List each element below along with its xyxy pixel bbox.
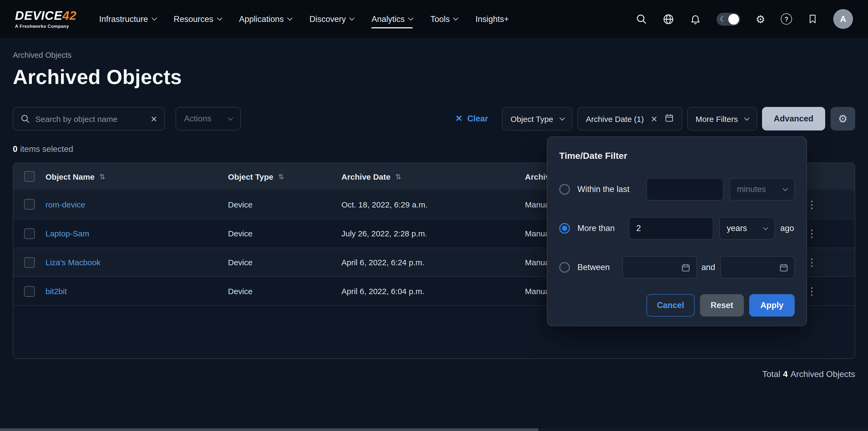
row-checkbox[interactable] <box>24 286 35 297</box>
object-type-filter[interactable]: Object Type <box>502 107 572 130</box>
globe-icon[interactable] <box>662 13 674 25</box>
row-checkbox[interactable] <box>24 228 35 239</box>
sort-icon[interactable]: ⇅ <box>278 172 284 180</box>
unit-label: years <box>727 224 747 233</box>
chevron-down-icon <box>349 15 355 21</box>
actions-dropdown[interactable]: Actions <box>176 107 241 130</box>
nav-item-infrastructure[interactable]: Infrastructure <box>99 7 156 31</box>
row-actions-menu[interactable]: ⋮ <box>807 228 817 238</box>
nav-item-label: Resources <box>174 14 213 24</box>
brand-name: DEVICE42 <box>15 9 76 22</box>
archive-date-cell: April 6, 2022, 6:24 p.m. <box>341 258 525 267</box>
chevron-down-icon <box>287 15 293 21</box>
more-than-value-input[interactable] <box>629 217 713 239</box>
advanced-button[interactable]: Advanced <box>762 107 825 130</box>
archive-date-filter[interactable]: Archive Date (1) ✕ <box>578 107 682 130</box>
search-box: ✕ <box>13 107 165 130</box>
search-input[interactable] <box>35 114 145 123</box>
nav-item-applications[interactable]: Applications <box>239 7 292 31</box>
avatar[interactable]: A <box>833 9 853 29</box>
row-checkbox[interactable] <box>24 257 35 268</box>
clear-search-icon[interactable]: ✕ <box>151 115 157 123</box>
total-prefix: Total <box>762 369 780 378</box>
chevron-down-icon <box>453 15 459 21</box>
clear-filters-button[interactable]: ✕ Clear <box>456 114 488 124</box>
nav-item-resources[interactable]: Resources <box>174 7 221 31</box>
within-last-value-input[interactable] <box>647 178 723 201</box>
nav-item-discovery[interactable]: Discovery <box>309 7 354 31</box>
object-type-cell: Device <box>228 258 341 267</box>
gear-icon[interactable]: ⚙ <box>755 13 765 24</box>
column-header-archive-date[interactable]: Archive Date⇅ <box>341 172 525 181</box>
scrollbar-thumb[interactable] <box>0 428 538 431</box>
bookmark-icon[interactable] <box>808 13 818 25</box>
chevron-down-icon <box>228 115 233 120</box>
brand-tagline: A Freshworks Company <box>15 23 76 29</box>
archive-date-cell: July 26, 2022, 2:28 p.m. <box>341 229 525 238</box>
row-actions-menu[interactable]: ⋮ <box>807 199 817 209</box>
chevron-down-icon <box>763 225 768 230</box>
cancel-button[interactable]: Cancel <box>647 294 694 317</box>
nav-item-insights[interactable]: Insights+ <box>475 7 509 31</box>
object-type-label: Object Type <box>510 114 553 123</box>
page-title: Archived Objects <box>13 66 855 89</box>
chevron-down-icon <box>559 115 565 120</box>
object-name-link[interactable]: Liza's Macbook <box>45 258 101 267</box>
nav-item-tools[interactable]: Tools <box>431 7 458 31</box>
chevron-down-icon <box>217 15 222 21</box>
column-header-object-type[interactable]: Object Type⇅ <box>228 172 341 181</box>
time-date-filter-popup: Time/Date Filter Within the last minutes… <box>547 136 807 326</box>
app-root: DEVICE42 A Freshworks Company Infrastruc… <box>0 0 868 431</box>
row-actions-menu[interactable]: ⋮ <box>807 286 817 296</box>
select-all-checkbox[interactable] <box>24 171 35 182</box>
row-actions-menu[interactable]: ⋮ <box>807 257 817 267</box>
brand-logo[interactable]: DEVICE42 A Freshworks Company <box>15 9 76 29</box>
between-start-date-input[interactable] <box>622 256 696 278</box>
theme-toggle[interactable]: ☾ <box>717 12 740 25</box>
radio-within-last[interactable] <box>559 184 570 195</box>
sort-icon[interactable]: ⇅ <box>395 172 401 180</box>
search-icon <box>20 114 30 124</box>
navbar-actions: ☾ ⚙ ? A <box>636 9 853 29</box>
and-label: and <box>701 263 715 272</box>
popup-buttons: Cancel Reset Apply <box>559 294 795 317</box>
reset-button[interactable]: Reset <box>700 294 744 317</box>
sort-icon[interactable]: ⇅ <box>99 172 105 180</box>
nav-item-label: Discovery <box>309 14 346 24</box>
within-last-unit-select[interactable]: minutes <box>730 178 795 201</box>
between-end-date-input[interactable] <box>720 256 795 278</box>
more-than-unit-select[interactable]: years <box>719 217 775 239</box>
radio-between[interactable] <box>559 262 570 273</box>
column-label: Object Type <box>228 172 274 181</box>
toggle-knob <box>728 13 739 24</box>
help-icon[interactable]: ? <box>781 13 792 25</box>
object-type-cell: Device <box>228 287 341 296</box>
between-label: Between <box>578 263 622 272</box>
chevron-down-icon <box>783 186 788 191</box>
apply-button[interactable]: Apply <box>749 294 795 317</box>
object-name-link[interactable]: bit2bit <box>45 287 67 296</box>
nav-item-analytics[interactable]: Analytics <box>372 7 413 31</box>
within-last-label: Within the last <box>578 185 647 194</box>
selection-count: 0 <box>13 144 18 154</box>
radio-more-than[interactable] <box>559 223 570 234</box>
horizontal-scrollbar[interactable] <box>0 428 868 431</box>
nav-item-label: Tools <box>431 14 450 24</box>
object-name-link[interactable]: Laptop-Sam <box>45 229 89 238</box>
breadcrumb[interactable]: Archived Objects <box>13 38 71 59</box>
bell-icon[interactable] <box>690 13 701 25</box>
nav-item-label: Infrastructure <box>99 14 148 24</box>
search-icon[interactable] <box>636 13 647 25</box>
archive-date-label: Archive Date (1) <box>586 114 644 123</box>
object-type-cell: Device <box>228 229 341 238</box>
object-name-link[interactable]: rom-device <box>45 200 85 209</box>
remove-filter-icon[interactable]: ✕ <box>651 115 657 123</box>
more-filters-dropdown[interactable]: More Filters <box>687 107 757 130</box>
nav-item-label: Analytics <box>372 14 405 24</box>
table-settings-button[interactable]: ⚙ <box>831 107 855 130</box>
close-icon: ✕ <box>456 114 463 123</box>
chevron-down-icon <box>408 15 414 21</box>
total-count: 4 <box>783 369 788 378</box>
column-header-object-name[interactable]: Object Name⇅ <box>45 172 228 181</box>
row-checkbox[interactable] <box>24 199 35 210</box>
